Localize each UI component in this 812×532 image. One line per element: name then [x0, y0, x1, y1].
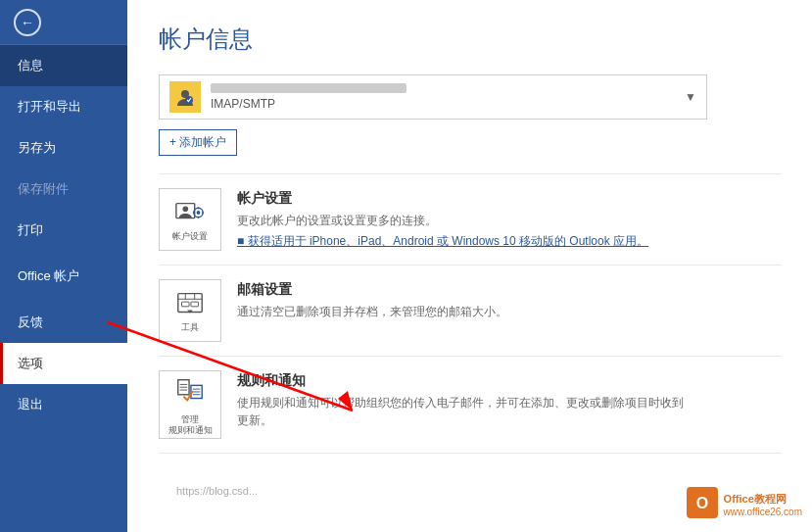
- back-button[interactable]: ←: [0, 0, 127, 45]
- settings-desc-mailbox: 通过清空已删除项目并存档，来管理您的邮箱大小。: [237, 303, 781, 320]
- account-email-blurred: [211, 83, 406, 93]
- sidebar-item-options[interactable]: 选项: [0, 343, 127, 384]
- account-settings-icon-box[interactable]: 帐户设置: [159, 188, 221, 251]
- svg-point-4: [182, 206, 188, 212]
- settings-item-rules: 管理 规则和通知 规则和通知 使用规则和通知可以帮助组织您的传入电子邮件，并可在…: [159, 357, 781, 454]
- svg-rect-13: [182, 302, 190, 307]
- account-settings-icon: [174, 197, 206, 228]
- settings-item-account: 帐户设置 帐户设置 更改此帐户的设置或设置更多的连接。 ■ 获得适用于 iPho…: [159, 173, 781, 266]
- watermark-icon: O: [687, 487, 718, 522]
- settings-link-account[interactable]: ■ 获得适用于 iPhone、iPad、Android 或 Windows 10…: [237, 233, 781, 250]
- sidebar-item-info[interactable]: 信息: [0, 45, 127, 86]
- account-settings-label: 帐户设置: [172, 230, 208, 243]
- mailbox-settings-icon: [174, 288, 206, 319]
- content-area: 帐户信息 IMAP/SMTP ▼: [127, 0, 812, 532]
- settings-title-mailbox: 邮箱设置: [237, 281, 781, 299]
- watermark: O Office教程网 www.office26.com: [687, 487, 802, 522]
- sidebar-item-exit[interactable]: 退出: [0, 384, 127, 425]
- watermark-text: Office教程网 www.office26.com: [724, 492, 802, 517]
- sidebar-item-feedback[interactable]: 反馈: [0, 302, 127, 343]
- sidebar-item-office-account[interactable]: Office 帐户: [0, 251, 127, 302]
- url-bar: https://blog.csd...: [176, 485, 258, 497]
- sidebar-item-print[interactable]: 打印: [0, 210, 127, 251]
- sidebar-item-save-attachment[interactable]: 保存附件: [0, 169, 127, 210]
- settings-list: 帐户设置 帐户设置 更改此帐户的设置或设置更多的连接。 ■ 获得适用于 iPho…: [159, 173, 781, 454]
- account-info: IMAP/SMTP: [211, 83, 685, 111]
- settings-text-rules: 规则和通知 使用规则和通知可以帮助组织您的传入电子邮件，并可在添加、更改或删除项…: [237, 370, 781, 429]
- account-dropdown[interactable]: IMAP/SMTP ▼: [159, 74, 707, 120]
- mailbox-settings-icon-box[interactable]: 工具: [159, 279, 221, 342]
- account-icon: [169, 81, 201, 113]
- sidebar-item-save-as[interactable]: 另存为: [0, 127, 127, 169]
- settings-title-rules: 规则和通知: [237, 372, 781, 390]
- add-account-button[interactable]: + 添加帐户: [159, 129, 237, 156]
- settings-text-mailbox: 邮箱设置 通过清空已删除项目并存档，来管理您的邮箱大小。: [237, 279, 781, 320]
- rules-label: 管理 规则和通知: [168, 414, 213, 436]
- mailbox-settings-label: 工具: [181, 321, 199, 334]
- page-title: 帐户信息: [159, 24, 781, 55]
- back-icon: ←: [14, 9, 41, 36]
- settings-desc-rules: 使用规则和通知可以帮助组织您的传入电子邮件，并可在添加、更改或删除项目时收到 更…: [237, 394, 781, 429]
- svg-rect-14: [191, 302, 199, 307]
- rules-icon-box[interactable]: 管理 规则和通知: [159, 370, 221, 439]
- settings-title-account: 帐户设置: [237, 190, 781, 208]
- sidebar: ← 信息 打开和导出 另存为 保存附件 打印 Office 帐户 反馈: [0, 0, 127, 532]
- settings-desc-account: 更改此帐户的设置或设置更多的连接。: [237, 212, 781, 229]
- dropdown-arrow-icon: ▼: [685, 90, 696, 104]
- svg-point-6: [197, 211, 201, 215]
- account-type: IMAP/SMTP: [211, 97, 685, 111]
- settings-item-mailbox: 工具 邮箱设置 通过清空已删除项目并存档，来管理您的邮箱大小。: [159, 266, 781, 357]
- rules-icon: [174, 375, 206, 407]
- sidebar-item-open-export[interactable]: 打开和导出: [0, 86, 127, 127]
- settings-text-account: 帐户设置 更改此帐户的设置或设置更多的连接。 ■ 获得适用于 iPhone、iP…: [237, 188, 781, 250]
- svg-text:O: O: [695, 495, 707, 511]
